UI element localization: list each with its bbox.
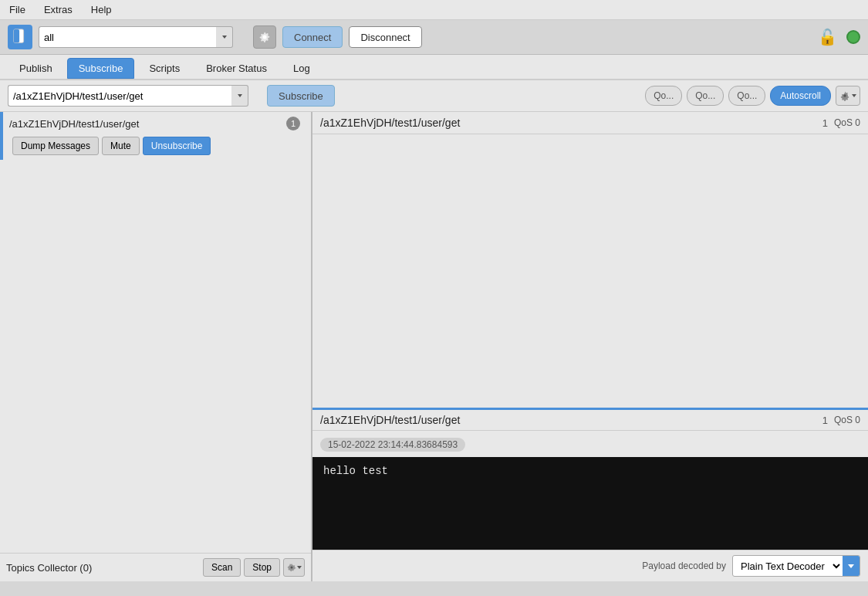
message-detail-count: 1 <box>822 415 828 426</box>
tab-broker-status[interactable]: Broker Status <box>194 58 279 79</box>
top-message-count: 1 <box>822 117 828 129</box>
left-panel-spacer <box>0 160 311 553</box>
payload-decoded-label: Payload decoded by <box>642 560 726 571</box>
topics-collector-settings-button[interactable] <box>283 558 305 577</box>
topics-collector: Topics Collector (0) Scan Stop <box>0 553 311 581</box>
menu-help[interactable]: Help <box>88 2 115 17</box>
menu-bar: File Extras Help <box>0 0 868 20</box>
message-detail-topic: /a1xZ1EhVjDH/test1/user/get <box>320 414 822 426</box>
svg-rect-1 <box>14 29 19 42</box>
subscribe-bar: Subscribe Qo... Qo... Qo... Autoscroll <box>0 80 868 112</box>
decoder-select-wrap: Plain Text Decoder Base64 Decoder JSON D… <box>732 555 860 577</box>
qos-button-1[interactable]: Qo... <box>687 86 724 106</box>
qos-button-2[interactable]: Qo... <box>728 86 765 106</box>
message-timestamp: 15-02-2022 23:14:44.83684593 <box>320 438 465 452</box>
tab-bar: Publish Subscribe Scripts Broker Status … <box>0 55 868 80</box>
toolbar: Connect Disconnect 🔓 <box>0 20 868 55</box>
tab-scripts[interactable]: Scripts <box>137 58 191 79</box>
decoder-select[interactable]: Plain Text Decoder Base64 Decoder JSON D… <box>733 556 843 576</box>
right-panel: /a1xZ1EhVjDH/test1/user/get 1 QoS 0 /a1x… <box>312 112 868 581</box>
decoder-dropdown-arrow[interactable] <box>843 556 860 576</box>
empty-message-area <box>312 134 868 408</box>
settings-gear-button[interactable] <box>253 25 276 49</box>
payload-decoded-bar: Payload decoded by Plain Text Decoder Ba… <box>312 550 868 581</box>
stop-button[interactable]: Stop <box>244 558 280 577</box>
subscribe-button[interactable]: Subscribe <box>267 85 335 107</box>
subscription-header: /a1xZ1EhVjDH/test1/user/get 1 <box>3 112 311 135</box>
tab-log[interactable]: Log <box>282 58 322 79</box>
topic-filter-input[interactable] <box>39 26 216 48</box>
subscribe-topic-wrap <box>8 85 262 107</box>
tab-publish[interactable]: Publish <box>8 58 64 79</box>
disconnect-button[interactable]: Disconnect <box>349 26 421 48</box>
top-message-header: /a1xZ1EhVjDH/test1/user/get 1 QoS 0 <box>312 112 868 134</box>
menu-file[interactable]: File <box>6 2 29 17</box>
message-detail-header: /a1xZ1EhVjDH/test1/user/get 1 QoS 0 <box>312 410 868 431</box>
message-payload: hello test <box>312 457 868 550</box>
qos-button-0[interactable]: Qo... <box>645 86 682 106</box>
left-panel: /a1xZ1EhVjDH/test1/user/get 1 Dump Messa… <box>0 112 312 581</box>
subscribe-topic-input[interactable] <box>8 85 231 107</box>
unsubscribe-button[interactable]: Unsubscribe <box>143 137 211 155</box>
subscription-actions: Dump Messages Mute Unsubscribe <box>3 135 311 160</box>
connection-status-dot <box>846 30 860 44</box>
top-message-qos: QoS 0 <box>834 117 860 128</box>
topic-filter-wrap <box>39 26 247 48</box>
topics-collector-label: Topics Collector (0) <box>6 562 203 574</box>
subscribe-topic-dropdown[interactable] <box>231 85 248 107</box>
autoscroll-button[interactable]: Autoscroll <box>770 86 831 106</box>
menu-extras[interactable]: Extras <box>41 2 76 17</box>
scan-button[interactable]: Scan <box>203 558 241 577</box>
tab-subscribe[interactable]: Subscribe <box>67 58 135 79</box>
message-detail-panel: /a1xZ1EhVjDH/test1/user/get 1 QoS 0 15-0… <box>312 408 868 581</box>
dump-messages-button[interactable]: Dump Messages <box>12 137 99 155</box>
subscription-topic-label: /a1xZ1EhVjDH/test1/user/get <box>9 118 286 130</box>
lock-icon: 🔓 <box>818 28 837 46</box>
topic-filter-dropdown[interactable] <box>216 26 233 48</box>
subscribe-settings-button[interactable] <box>836 86 860 106</box>
file-icon <box>8 25 32 49</box>
main-content: /a1xZ1EhVjDH/test1/user/get 1 Dump Messa… <box>0 112 868 581</box>
mute-button[interactable]: Mute <box>102 137 140 155</box>
subscription-count-badge: 1 <box>286 117 300 130</box>
subscription-item: /a1xZ1EhVjDH/test1/user/get 1 Dump Messa… <box>0 112 311 160</box>
top-message-topic: /a1xZ1EhVjDH/test1/user/get <box>320 117 822 129</box>
message-detail-qos: QoS 0 <box>834 415 860 425</box>
connect-button[interactable]: Connect <box>282 26 343 48</box>
